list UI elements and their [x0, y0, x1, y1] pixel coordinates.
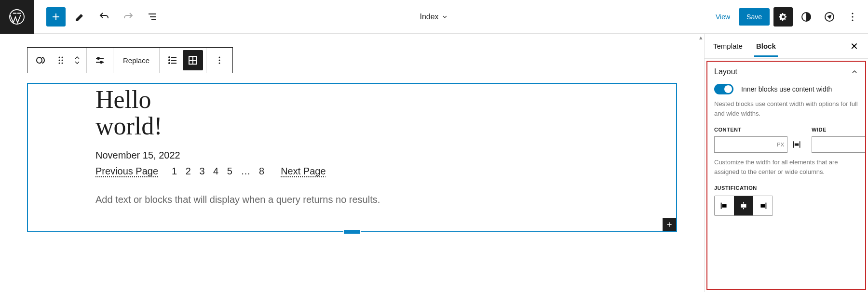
- editor-canvas: ▴ Replace: [0, 34, 704, 292]
- styles-icon[interactable]: [797, 7, 816, 27]
- svg-point-4: [852, 16, 853, 17]
- justify-right-button[interactable]: [753, 196, 773, 215]
- list-view-icon[interactable]: [143, 7, 162, 27]
- svg-point-6: [59, 57, 60, 58]
- redo-icon[interactable]: [119, 7, 138, 27]
- add-inner-block-button[interactable]: [663, 218, 676, 231]
- content-width-toggle-label: Inner blocks use content width: [741, 85, 832, 93]
- chevron-down-icon: [73, 60, 81, 65]
- svg-point-9: [62, 60, 63, 61]
- svg-rect-23: [761, 204, 764, 207]
- wide-width-input[interactable]: [812, 136, 866, 153]
- wordpress-logo[interactable]: [0, 0, 34, 34]
- drag-handle-icon[interactable]: [51, 50, 71, 70]
- svg-point-16: [169, 63, 170, 64]
- svg-point-11: [62, 63, 63, 64]
- wide-width-label: WIDE: [812, 127, 866, 133]
- svg-point-19: [219, 60, 220, 61]
- svg-point-7: [62, 57, 63, 58]
- width-inputs: CONTENT WIDE: [714, 127, 858, 153]
- svg-point-5: [852, 19, 853, 21]
- content-width-field: CONTENT: [714, 127, 802, 153]
- replace-button[interactable]: Replace: [116, 56, 156, 65]
- move-up-down[interactable]: [71, 55, 83, 65]
- add-block-button[interactable]: [46, 7, 66, 27]
- chevron-up-icon: [851, 68, 858, 76]
- document-title: Index: [420, 13, 438, 21]
- svg-rect-21: [722, 204, 726, 207]
- block-toolbar: Replace: [27, 47, 233, 73]
- pagination: Previous Page 1 2 3 4 5 … 8 Next Page: [95, 166, 609, 177]
- justification-group: [714, 196, 773, 216]
- wide-width-field: WIDE: [812, 127, 866, 153]
- undo-icon[interactable]: [95, 7, 114, 27]
- grid-layout-icon[interactable]: [183, 50, 203, 70]
- editor-main: ▴ Replace: [0, 34, 868, 292]
- content-align-icon[interactable]: [791, 139, 802, 150]
- header-right-tools: View Save: [711, 7, 868, 27]
- view-button[interactable]: View: [711, 9, 735, 25]
- svg-point-3: [852, 13, 853, 14]
- document-title-dropdown[interactable]: Index: [420, 13, 448, 21]
- editor-header: Index View Save: [0, 0, 868, 34]
- close-sidebar-icon[interactable]: ✕: [847, 40, 861, 53]
- layout-panel-title: Layout: [714, 67, 737, 76]
- sidebar-tabs: Template Block ✕: [705, 34, 868, 59]
- svg-point-12: [97, 57, 99, 59]
- previous-page-link[interactable]: Previous Page: [95, 166, 158, 177]
- layout-panel: Layout Inner blocks use content width Ne…: [706, 61, 866, 290]
- save-button[interactable]: Save: [739, 8, 770, 26]
- svg-point-18: [219, 57, 220, 58]
- no-results-placeholder[interactable]: Add text or blocks that will display whe…: [95, 194, 609, 205]
- block-more-icon[interactable]: [209, 50, 230, 70]
- svg-point-10: [59, 63, 60, 64]
- svg-rect-22: [741, 204, 746, 207]
- justify-left-button[interactable]: [715, 196, 734, 215]
- layout-panel-header[interactable]: Layout: [714, 67, 858, 76]
- settings-sidebar: Template Block ✕ Layout Inner blocks use…: [704, 34, 868, 292]
- display-settings-icon[interactable]: [90, 50, 110, 70]
- block-resize-handle[interactable]: [343, 229, 361, 234]
- justification-label: JUSTIFICATION: [714, 185, 858, 191]
- navigation-icon[interactable]: [820, 7, 839, 27]
- svg-point-15: [169, 60, 170, 61]
- content-width-label: CONTENT: [714, 127, 802, 133]
- page-numbers[interactable]: 1 2 3 4 5 … 8: [172, 166, 267, 177]
- post-title[interactable]: Helloworld!: [95, 87, 609, 139]
- query-loop-icon[interactable]: [30, 50, 51, 70]
- content-width-toggle[interactable]: [714, 84, 733, 94]
- svg-point-20: [219, 63, 220, 64]
- svg-point-14: [169, 57, 170, 58]
- scroll-up-hint[interactable]: ▴: [697, 34, 704, 40]
- more-menu-icon[interactable]: [843, 7, 862, 27]
- list-layout-icon[interactable]: [163, 50, 183, 70]
- header-left-tools: [34, 7, 162, 27]
- tab-template[interactable]: Template: [711, 35, 745, 57]
- next-page-link[interactable]: Next Page: [281, 166, 326, 177]
- width-help: Customize the width for all elements tha…: [714, 158, 858, 176]
- settings-button[interactable]: [773, 7, 793, 27]
- tab-block[interactable]: Block: [754, 35, 778, 57]
- edit-tool-icon[interactable]: [70, 7, 90, 27]
- chevron-up-icon: [73, 55, 81, 60]
- justify-center-button[interactable]: [734, 196, 753, 215]
- selected-block[interactable]: Helloworld! November 15, 2022 Previous P…: [27, 83, 677, 232]
- svg-point-13: [100, 61, 102, 63]
- chevron-down-icon: [442, 13, 448, 20]
- svg-point-8: [59, 60, 60, 61]
- content-width-help: Nested blocks use content width with opt…: [714, 99, 858, 118]
- content-width-toggle-row: Inner blocks use content width: [714, 84, 858, 94]
- content-width-input[interactable]: [714, 136, 787, 153]
- post-date[interactable]: November 15, 2022: [95, 150, 609, 161]
